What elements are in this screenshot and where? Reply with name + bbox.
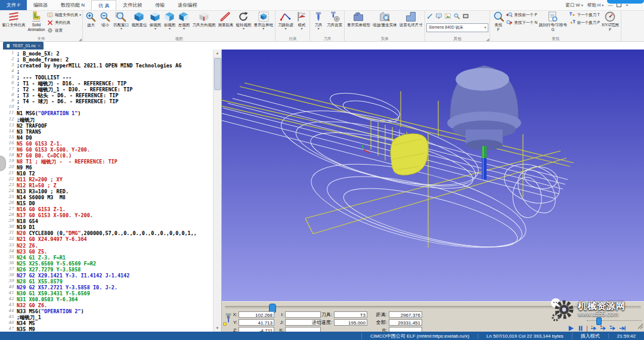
y-position-field[interactable]: 41.713 [239,319,274,326]
code-line-25[interactable]: 25N14 S6000 M3 M8 [0,194,213,200]
code-line-13[interactable]: 13N2 TRAFOOF [0,123,213,129]
ribbon-tab-4[interactable]: 文件比较 [116,0,148,10]
dialog-launcher-icon[interactable]: ◢ [79,37,82,41]
ribbon-tab-1[interactable]: 编辑器 [27,0,54,10]
code-line-10[interactable]: 10; [0,104,213,110]
code-line-4[interactable]: 4; [0,69,213,75]
code-line-2[interactable]: 2; B_mode_frame: 2 [0,57,213,63]
code-line-32[interactable]: 32N21 G0 X24.9497 Y-6.364 [0,236,213,242]
button-left-view[interactable]: 左视图▾ [177,11,191,30]
code-line-7[interactable]: 7; T2 - 端铣刀_1 - D30. - REFERENCE: TIP [0,86,213,92]
document-tab[interactable]: TEST_01.nc × [3,42,44,50]
ribbon-tab-6[interactable]: 迷你编程 [171,0,203,10]
x-position-field[interactable]: 102.268 [239,311,274,318]
button-previous-toolchange[interactable]: 前一个换刀 P [569,19,600,26]
button-fit-window[interactable]: 匹配窗口▾ [113,11,130,30]
scroll-down-icon[interactable]: ▼ [213,324,221,332]
code-line-42[interactable]: 42N31 X60.0503 Y-6.364 [0,296,213,302]
button-tool[interactable]: 刀具▾ [311,11,325,30]
code-line-43[interactable]: 43N32 G0 Z6. [0,302,213,308]
code-line-8[interactable]: 8; T3 - 钻头 - D6. - REFERENCE: TIP [0,92,213,98]
code-line-6[interactable]: 6; T1 - 端铣刀 - D16. - REFERENCE: TIP [0,81,213,86]
code-line-24[interactable]: 24N13 R3=100 ; RED. [0,188,213,194]
ribbon-tab-3[interactable]: 仿 真 [91,0,116,10]
code-line-3[interactable]: 3;created by hyperMILL 2021.1 OPEN MIND … [0,63,213,69]
button-simulation-mode[interactable]: 模式▾ [295,11,308,30]
button-toolpath-trace[interactable]: 刀路轨迹▾ [277,11,294,30]
button-measure-distance[interactable]: 测量距离 [217,11,234,27]
button-find-previous[interactable]: 查找前一个 P [506,11,537,18]
code-line-15[interactable]: 15N4 D0 [0,135,213,141]
button-rescale-solid[interactable]: 缩放/重生实体 [371,11,398,27]
button-monitor[interactable] [435,11,442,22]
status-insert-mode[interactable]: 插入模式 [572,333,608,339]
code-line-46[interactable]: 46N34 M5 [0,320,213,326]
button-show-bounding-box[interactable]: 显示边界框▾ [253,11,274,30]
button-close-simulation[interactable]: 关闭仿真 [47,19,81,26]
total-distance-field[interactable]: 29331.451 [389,319,422,326]
dialog-launcher-icon[interactable]: ◢ [487,37,490,41]
window-menu[interactable]: 窗口 W ▾ [565,2,583,8]
code-line-31[interactable]: 31N20 CYCLE800 (0,"DMG",200000,57,0.,0.,… [0,230,213,236]
button-show-solid-model[interactable]: 显示实体模型 [346,11,371,27]
button-xyz-range[interactable]: X/Y/Z范围F [600,11,620,32]
button-image[interactable] [444,11,451,22]
scroll-up-icon[interactable]: ▲ [213,50,221,57]
code-line-44[interactable]: 44N33 MSG("OPERATION 2") [0,308,213,314]
code-line-45[interactable]: 45;端铣刀_1 [0,314,213,320]
button-reset-view[interactable]: 视图复位 [131,11,148,27]
button-zoom-out[interactable]: 缩小 [98,11,112,27]
button-pan[interactable] [426,11,434,22]
button-window-file-simulation[interactable]: 窗口文件仿真 [1,11,26,27]
code-line-12[interactable]: 12;端铣刀 [0,117,213,123]
ribbon-tab-5[interactable]: 传输 [148,0,171,10]
code-line-18[interactable]: 18N7 G0 B0. C=DC(0.) [0,153,213,159]
code-line-20[interactable]: 20N9 M6 [0,165,213,171]
button-next-toolchange[interactable]: 下一个换刀 T [569,11,600,18]
code-line-30[interactable]: 30N19 D1 [0,224,213,230]
code-line-23[interactable]: 23N12 R1=50 ; Z [0,183,213,188]
button-set-stock-size[interactable]: 设置毛坯尺寸 [398,11,423,27]
code-line-27[interactable]: 27N16 G0 G153 Z-1. [0,206,213,212]
button-find[interactable]: 查找F [491,11,505,32]
button-solid-animation[interactable]: SolidAnimation [27,11,46,32]
button-front-view[interactable]: 前视图▾ [163,11,177,30]
code-line-21[interactable]: 21N10 T2 [0,171,213,177]
scrollbar-thumb[interactable] [214,58,221,90]
button-simulation-settings[interactable]: 设置 [47,27,81,34]
code-line-33[interactable]: 33N22 Z6. [0,243,213,249]
code-line-34[interactable]: 34N23 G0 Z5. [0,249,213,255]
code-line-26[interactable]: 26N15 D0 [0,200,213,206]
code-line-39[interactable]: 39N28 G1 X55.8579 [0,279,213,285]
button-rotate-view[interactable]: 旋转视图▾ [235,11,252,30]
close-tab-icon[interactable]: × [38,44,41,48]
code-line-9[interactable]: 9; T4 - 球刀 - D6. - REFERENCE: TIP [0,98,213,104]
restore-button[interactable] [617,3,621,7]
code-line-5[interactable]: 5; --- TOOLLIST --- [0,75,213,81]
simulation-viewport[interactable] [222,50,644,301]
button-top-view[interactable]: 俯视图▾ [148,11,162,30]
button-goto-line[interactable]: 跳到行号/字段号G [538,11,568,32]
code-line-47[interactable]: 47N35 M9 [0,326,213,332]
distance-field[interactable]: 2967.376 [389,311,422,318]
button-zoom-in[interactable]: 放大 [84,11,98,27]
code-line-40[interactable]: 40N29 G2 X57.2721 Y-3.5858 I0. J-2. [0,285,213,290]
code-line-29[interactable]: 29N18 G54 [0,218,213,224]
editor-scrollbar[interactable]: ▲ ▼ [213,50,221,332]
help-menu[interactable]: 帮助 H ▾ [587,2,604,8]
code-line-14[interactable]: 14N3 TRANS [0,129,213,135]
resize-grip[interactable] [637,321,643,332]
code-line-16[interactable]: 16N5 G0 G153 Z-1. [0,141,213,147]
button-tool-settings[interactable]: 刀具设置 [326,11,343,27]
code-line-37[interactable]: 37N26 X27.7279 Y-3.5858 [0,267,213,273]
code-editor[interactable]: 1; B_mode_5X: 22; B_mode_frame: 23;creat… [0,50,222,332]
button-zoom-window[interactable] [453,11,460,22]
machine-type-select[interactable]: Siemens 840D 铣床▾ [426,23,488,32]
button-disk-file-simulation[interactable]: 磁盘文件仿真▾ [47,11,81,18]
code-line-38[interactable]: 38N27 G2 X29.1421 Y-3. I1.4142 J-1.4142 [0,273,213,279]
ribbon-tab-0[interactable]: 文件 F [0,0,27,10]
button-film[interactable] [462,11,469,22]
code-line-35[interactable]: 35N24 G1 Z-3. F=R1 [0,255,213,261]
button-find-next[interactable]: 查找下一个 N [506,19,537,26]
code-line-28[interactable]: 28N17 G0 G153 X-500. Y-200. [0,212,213,218]
